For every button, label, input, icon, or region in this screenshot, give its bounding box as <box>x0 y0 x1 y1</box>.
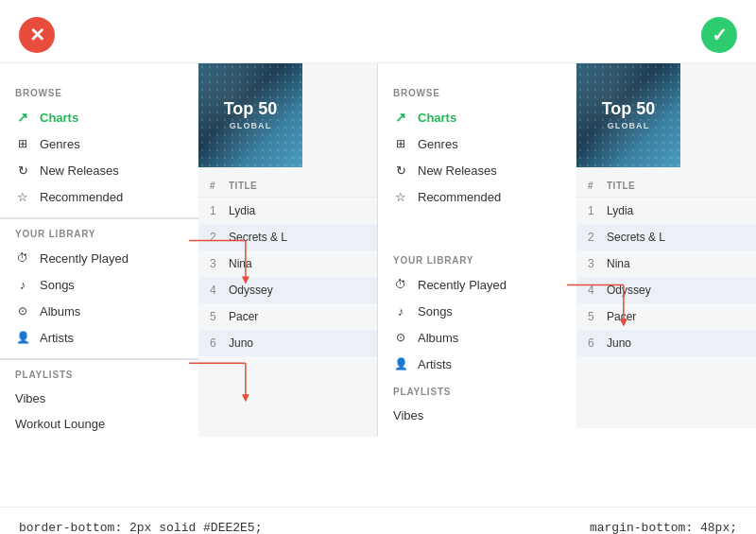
track-row-5-bad[interactable]: 5 Pacer <box>198 303 377 330</box>
browse-label-good: BROWSE <box>378 88 576 104</box>
genres-icon-bad: ⊞ <box>15 136 30 151</box>
recently-played-icon-bad: ⏱ <box>15 250 30 266</box>
sidebar-item-albums-good[interactable]: ⊙ Albums <box>378 324 576 351</box>
vibes-label-good: Vibes <box>393 408 423 422</box>
sidebar-item-recommended-bad[interactable]: ☆ Recommended <box>0 183 198 210</box>
top50-title-good: Top 50 <box>602 100 656 117</box>
track-num-6-bad: 6 <box>210 336 229 350</box>
track-title-2-bad: Secrets & L <box>229 231 366 244</box>
track-num-1-good: 1 <box>588 204 607 217</box>
good-sidebar: BROWSE ↗ Charts ⊞ Genres ↻ New Releases <box>378 63 576 428</box>
new-releases-icon-good: ↻ <box>393 163 408 178</box>
col-num-bad: # <box>210 181 229 191</box>
track-row-4-good[interactable]: 4 Odyssey <box>576 277 756 303</box>
track-row-2-bad[interactable]: 2 Secrets & L <box>198 224 377 250</box>
track-num-4-good: 4 <box>588 284 607 297</box>
albums-icon-good: ⊙ <box>393 330 408 345</box>
track-num-5-good: 5 <box>588 310 607 323</box>
sidebar-item-artists-bad[interactable]: 👤 Artists <box>0 324 198 351</box>
track-num-6-good: 6 <box>588 336 607 350</box>
track-title-5-bad: Pacer <box>229 310 366 323</box>
playlist-workout-bad[interactable]: Workout Lounge <box>0 411 198 437</box>
track-title-4-good: Odyssey <box>607 284 745 297</box>
bad-example-panel: BROWSE ↗ Charts ⊞ Genres ↻ New Releases <box>0 63 378 507</box>
bad-browse-section: BROWSE ↗ Charts ⊞ Genres ↻ New Releases <box>0 88 198 219</box>
top50-card-bad: Top 50 GLOBAL <box>198 63 302 167</box>
track-row-3-bad[interactable]: 3 Nina <box>198 250 377 277</box>
track-num-3-good: 3 <box>588 257 607 270</box>
bad-library-section: YOUR LIBRARY ⏱ Recently Played ♪ Songs ⊙… <box>0 229 198 360</box>
workout-label-bad: Workout Lounge <box>15 417 105 431</box>
track-title-2-good: Secrets & L <box>607 231 745 244</box>
col-num-good: # <box>588 181 607 191</box>
genres-label-good: Genres <box>418 137 458 151</box>
artists-icon-good: 👤 <box>393 356 408 371</box>
track-title-6-bad: Juno <box>229 336 366 350</box>
sidebar-item-recommended-good[interactable]: ☆ Recommended <box>378 183 576 210</box>
track-row-1-good[interactable]: 1 Lydia <box>576 198 756 224</box>
new-releases-label-bad: New Releases <box>40 164 119 178</box>
main-container: BROWSE ↗ Charts ⊞ Genres ↻ New Releases <box>0 62 756 507</box>
track-row-1-bad[interactable]: 1 Lydia <box>198 198 377 224</box>
col-title-bad: TITLE <box>229 181 366 191</box>
genres-label-bad: Genres <box>40 137 80 151</box>
sidebar-item-songs-good[interactable]: ♪ Songs <box>378 298 576 324</box>
track-list-good: # TITLE 1 Lydia 2 Secrets & L 3 Nina <box>576 167 756 364</box>
recently-played-label-good: Recently Played <box>418 278 507 292</box>
browse-label-bad: BROWSE <box>0 88 198 104</box>
recommended-label-bad: Recommended <box>40 190 123 204</box>
track-list-bad: # TITLE 1 Lydia 2 Secrets & L 3 Nina <box>198 167 377 364</box>
good-content-area: Top 50 GLOBAL # TITLE 1 Lydia 2 Secrets … <box>576 63 756 428</box>
bad-content-area: Top 50 GLOBAL # TITLE 1 Lydia 2 Secrets … <box>198 63 377 437</box>
sidebar-item-recently-bad[interactable]: ⏱ Recently Played <box>0 245 198 271</box>
bad-playlists-section: PLAYLISTS Vibes Workout Lounge <box>0 370 198 437</box>
track-row-2-good[interactable]: 2 Secrets & L <box>576 224 756 250</box>
track-row-6-bad[interactable]: 6 Juno <box>198 330 377 356</box>
good-example-icon: ✓ <box>701 17 737 53</box>
code-labels-row: border-bottom: 2px solid #DEE2E5; margin… <box>0 507 756 534</box>
track-list-header-good: # TITLE <box>576 175 756 198</box>
recommended-label-good: Recommended <box>418 190 501 204</box>
track-title-3-good: Nina <box>607 257 745 270</box>
col-title-good: TITLE <box>607 181 745 191</box>
sidebar-item-albums-bad[interactable]: ⊙ Albums <box>0 298 198 324</box>
bad-panel-content: BROWSE ↗ Charts ⊞ Genres ↻ New Releases <box>0 63 378 437</box>
track-title-1-good: Lydia <box>607 204 745 217</box>
sidebar-item-charts-good[interactable]: ↗ Charts <box>378 104 576 130</box>
playlist-vibes-bad[interactable]: Vibes <box>0 386 198 411</box>
good-panel-content: BROWSE ↗ Charts ⊞ Genres ↻ New Releases <box>378 63 756 428</box>
sidebar-item-genres-good[interactable]: ⊞ Genres <box>378 130 576 157</box>
library-label-bad: YOUR LIBRARY <box>0 229 198 245</box>
charts-icon-bad: ↗ <box>15 110 30 125</box>
sidebar-item-artists-good[interactable]: 👤 Artists <box>378 351 576 377</box>
playlist-vibes-good[interactable]: Vibes <box>378 403 576 428</box>
albums-icon-bad: ⊙ <box>15 303 30 319</box>
sidebar-item-newreleases-bad[interactable]: ↻ New Releases <box>0 157 198 183</box>
artists-label-bad: Artists <box>40 331 74 345</box>
top50-subtitle-bad: GLOBAL <box>230 121 271 130</box>
artists-icon-bad: 👤 <box>15 330 30 345</box>
sidebar-item-charts-bad[interactable]: ↗ Charts <box>0 104 198 130</box>
track-row-5-good[interactable]: 5 Pacer <box>576 303 756 330</box>
track-num-1-bad: 1 <box>210 204 229 217</box>
track-num-3-bad: 3 <box>210 257 229 270</box>
track-row-6-good[interactable]: 6 Juno <box>576 330 756 356</box>
songs-label-bad: Songs <box>40 278 75 292</box>
bad-sidebar: BROWSE ↗ Charts ⊞ Genres ↻ New Releases <box>0 63 198 437</box>
top50-title-bad: Top 50 <box>224 100 278 117</box>
sidebar-item-newreleases-good[interactable]: ↻ New Releases <box>378 157 576 183</box>
new-releases-label-good: New Releases <box>418 164 497 178</box>
track-num-5-bad: 5 <box>210 310 229 323</box>
sidebar-item-songs-bad[interactable]: ♪ Songs <box>0 271 198 298</box>
track-row-4-bad[interactable]: 4 Odyssey <box>198 277 377 303</box>
track-row-3-good[interactable]: 3 Nina <box>576 250 756 277</box>
sidebar-item-genres-bad[interactable]: ⊞ Genres <box>0 130 198 157</box>
songs-icon-bad: ♪ <box>15 277 30 292</box>
top50-subtitle-good: GLOBAL <box>608 121 649 130</box>
sidebar-item-recently-good[interactable]: ⏱ Recently Played <box>378 271 576 298</box>
track-title-3-bad: Nina <box>229 257 366 270</box>
track-title-4-bad: Odyssey <box>229 284 366 297</box>
top50-card-good: Top 50 GLOBAL <box>576 63 680 167</box>
playlists-label-good: PLAYLISTS <box>378 387 576 403</box>
bad-code-label: border-bottom: 2px solid #DEE2E5; <box>19 521 262 534</box>
